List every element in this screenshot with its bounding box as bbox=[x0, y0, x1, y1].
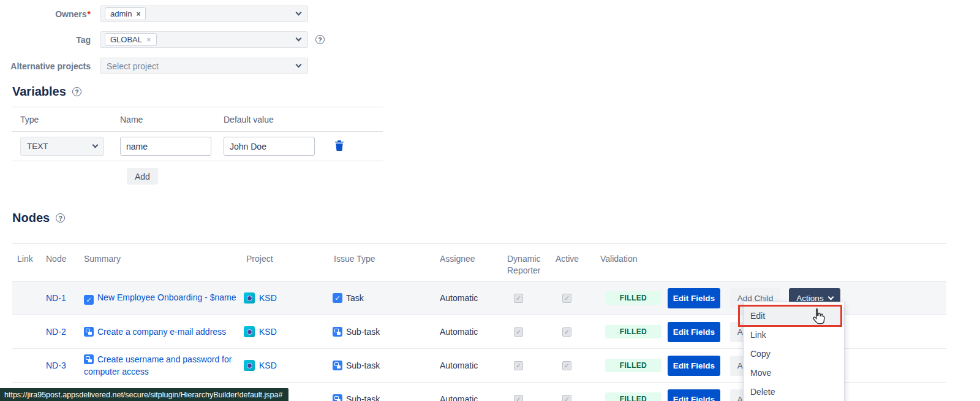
active-checkbox[interactable]: ✓ bbox=[562, 294, 571, 303]
summary-link[interactable]: Create username and password for compute… bbox=[84, 353, 237, 378]
dynamic-reporter-checkbox[interactable]: ✓ bbox=[514, 395, 523, 401]
actions-dropdown-menu: Edit Link Copy Move Delete bbox=[743, 302, 845, 401]
assignee-label: Automatic bbox=[440, 327, 478, 337]
column-project: Project bbox=[239, 253, 328, 281]
column-summary: Summary bbox=[80, 253, 239, 281]
project-link[interactable]: KSD bbox=[259, 293, 277, 303]
help-icon[interactable]: ? bbox=[56, 213, 65, 223]
owners-select[interactable]: admin × bbox=[100, 6, 308, 22]
project-avatar-icon bbox=[244, 326, 255, 337]
alternative-projects-label: Alternative projects bbox=[0, 61, 91, 71]
menu-item-edit[interactable]: Edit bbox=[744, 307, 844, 326]
edit-fields-button[interactable]: Edit Fields bbox=[668, 322, 720, 342]
required-asterisk: * bbox=[88, 9, 91, 19]
validation-badge: FILLED bbox=[605, 359, 662, 372]
project-link[interactable]: KSD bbox=[259, 327, 277, 337]
nodes-table-header: Link Node Summary Project Issue Type Ass… bbox=[12, 243, 946, 281]
project-link[interactable]: KSD bbox=[259, 361, 277, 370]
issue-type-label: Sub-task bbox=[346, 361, 380, 370]
variables-section: Variables ? Type Name Default value TEXT bbox=[12, 85, 383, 185]
chevron-down-icon bbox=[296, 62, 302, 68]
menu-item-copy[interactable]: Copy bbox=[744, 345, 844, 364]
status-url: https://jira95post.appsdelivered.net/sec… bbox=[4, 391, 282, 399]
chevron-down-icon bbox=[92, 142, 99, 148]
issue-type-label: Sub-task bbox=[346, 327, 380, 337]
column-validation: Validation bbox=[588, 253, 662, 281]
chevron-down-icon bbox=[827, 294, 834, 300]
validation-badge: FILLED bbox=[605, 291, 662, 305]
active-checkbox[interactable]: ✓ bbox=[562, 361, 571, 370]
column-issue-type: Issue Type bbox=[328, 253, 435, 281]
subtask-icon bbox=[333, 327, 342, 337]
trash-icon bbox=[335, 140, 344, 151]
issue-type-label: Sub-task bbox=[346, 394, 380, 401]
chip-remove-icon[interactable]: × bbox=[146, 36, 151, 44]
add-variable-button[interactable]: Add bbox=[127, 168, 158, 185]
column-dynamic-reporter: Dynamic Reporter bbox=[502, 253, 545, 281]
issue-type-label: Task bbox=[346, 293, 364, 303]
owners-chip-admin[interactable]: admin × bbox=[105, 7, 146, 20]
subtask-icon bbox=[84, 327, 94, 337]
browser-status-bar: https://jira95post.appsdelivered.net/sec… bbox=[0, 388, 288, 401]
project-avatar-icon bbox=[244, 292, 255, 304]
tag-field-row: Tag GLOBAL × ? bbox=[0, 31, 325, 48]
dynamic-reporter-checkbox[interactable]: ✓ bbox=[514, 327, 523, 337]
column-type: Type bbox=[12, 115, 112, 124]
node-link[interactable]: ND-3 bbox=[46, 361, 66, 370]
column-assignee: Assignee bbox=[435, 253, 502, 281]
summary-link[interactable]: Create a company e-mail address bbox=[84, 326, 226, 338]
variables-heading: Variables ? bbox=[12, 85, 383, 99]
owners-field-row: Owners* admin × bbox=[0, 6, 308, 22]
owners-label: Owners* bbox=[0, 9, 91, 19]
variable-type-select[interactable]: TEXT bbox=[20, 137, 104, 156]
subtask-icon bbox=[333, 394, 342, 401]
task-icon: ✓ bbox=[333, 293, 342, 303]
variable-default-value-input[interactable] bbox=[224, 137, 315, 156]
task-icon: ✓ bbox=[84, 295, 94, 305]
chevron-down-icon bbox=[296, 36, 302, 42]
menu-item-move[interactable]: Move bbox=[744, 364, 844, 383]
validation-badge: FILLED bbox=[605, 392, 662, 401]
tag-chip-global[interactable]: GLOBAL × bbox=[105, 33, 157, 46]
variable-row: TEXT bbox=[12, 132, 383, 161]
assignee-label: Automatic bbox=[440, 293, 478, 303]
select-placeholder: Select project bbox=[105, 61, 159, 71]
column-node: Node bbox=[41, 253, 80, 281]
help-icon[interactable]: ? bbox=[72, 87, 81, 96]
variables-table: Type Name Default value TEXT bbox=[12, 107, 383, 161]
dynamic-reporter-checkbox[interactable]: ✓ bbox=[514, 361, 523, 370]
menu-item-delete[interactable]: Delete bbox=[744, 383, 844, 401]
dynamic-reporter-checkbox[interactable]: ✓ bbox=[514, 294, 523, 303]
column-default-value: Default value bbox=[216, 115, 383, 124]
alternative-projects-select[interactable]: Select project bbox=[100, 58, 308, 74]
edit-fields-button[interactable]: Edit Fields bbox=[668, 288, 720, 308]
column-active: Active bbox=[545, 253, 588, 281]
help-icon[interactable]: ? bbox=[315, 35, 325, 44]
column-name: Name bbox=[112, 115, 216, 124]
variable-name-input[interactable] bbox=[120, 137, 211, 156]
tag-select[interactable]: GLOBAL × bbox=[100, 31, 308, 48]
variables-table-header: Type Name Default value bbox=[12, 107, 383, 132]
assignee-label: Automatic bbox=[440, 394, 478, 401]
chevron-down-icon bbox=[296, 10, 302, 16]
node-link[interactable]: ND-2 bbox=[46, 327, 66, 337]
chip-remove-icon[interactable]: × bbox=[136, 10, 140, 18]
alternative-projects-field-row: Alternative projects Select project bbox=[0, 58, 308, 74]
project-avatar-icon bbox=[244, 360, 255, 371]
node-link[interactable]: ND-1 bbox=[46, 293, 66, 303]
assignee-label: Automatic bbox=[440, 361, 478, 370]
validation-badge: FILLED bbox=[605, 325, 662, 338]
active-checkbox[interactable]: ✓ bbox=[562, 395, 571, 401]
summary-link[interactable]: ✓New Employee Onboarding - $name bbox=[84, 291, 236, 305]
active-checkbox[interactable]: ✓ bbox=[562, 327, 571, 337]
tag-label: Tag bbox=[0, 35, 91, 45]
nodes-heading: Nodes ? bbox=[12, 211, 946, 225]
delete-variable-button[interactable] bbox=[335, 140, 344, 151]
subtask-icon bbox=[84, 354, 94, 364]
subtask-icon bbox=[333, 361, 342, 370]
edit-fields-button[interactable]: Edit Fields bbox=[668, 389, 720, 401]
edit-fields-button[interactable]: Edit Fields bbox=[668, 356, 720, 376]
menu-item-link[interactable]: Link bbox=[744, 326, 844, 345]
column-link: Link bbox=[12, 253, 41, 281]
